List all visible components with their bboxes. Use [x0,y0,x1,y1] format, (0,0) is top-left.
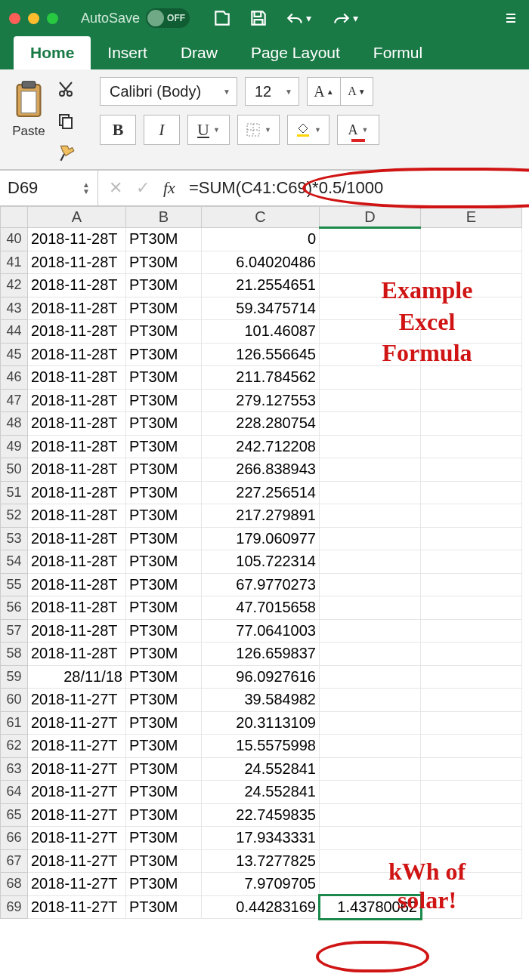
open-file-icon[interactable] [212,8,232,28]
cell[interactable] [421,689,522,712]
cell[interactable]: PT30M [126,643,202,666]
cell[interactable] [421,458,522,482]
row-header[interactable]: 51 [1,481,28,504]
col-header-c[interactable]: C [202,207,320,228]
namebox-stepper-icon[interactable]: ▲▼ [82,181,90,195]
cell[interactable]: PT30M [126,228,202,251]
cell[interactable]: 242.712208 [202,435,320,458]
cell[interactable]: 2018-11-27T [28,689,126,712]
row-header[interactable]: 46 [1,366,28,390]
cell[interactable]: 2018-11-27T [28,735,126,758]
cell[interactable]: PT30M [126,711,202,735]
cell[interactable] [320,366,421,390]
cell[interactable] [320,735,421,758]
formula-input[interactable]: =SUM(C41:C69)*0.5/1000 [189,178,383,198]
cell[interactable]: PT30M [126,573,202,596]
cell[interactable] [320,435,421,458]
cell[interactable]: 101.46087 [202,320,320,344]
underline-button[interactable]: U▼ [187,115,230,145]
borders-button[interactable]: ▼ [237,115,280,145]
row-header[interactable]: 67 [1,849,28,873]
cell[interactable] [421,711,522,735]
row-header[interactable]: 64 [1,781,28,804]
cell[interactable]: 2018-11-28T [28,504,126,528]
cell[interactable] [421,504,522,528]
cell[interactable] [320,527,421,550]
cell[interactable]: PT30M [126,735,202,758]
italic-button[interactable]: I [144,115,180,145]
cell[interactable] [421,481,522,504]
cell[interactable]: 77.0641003 [202,619,320,643]
close-icon[interactable] [9,13,20,24]
tab-insert[interactable]: Insert [91,36,164,69]
row-header[interactable]: 58 [1,643,28,666]
cell[interactable]: PT30M [126,803,202,827]
row-header[interactable]: 52 [1,504,28,528]
cell[interactable]: PT30M [126,873,202,896]
cancel-formula-button[interactable]: ✕ [109,178,122,198]
minimize-icon[interactable] [28,13,39,24]
row-header[interactable]: 50 [1,458,28,482]
cell[interactable]: 2018-11-28T [28,251,126,274]
cell[interactable]: 2018-11-28T [28,320,126,344]
ribbon-options-icon[interactable] [502,9,520,27]
cell[interactable] [421,803,522,827]
cell[interactable]: PT30M [126,527,202,550]
cell[interactable] [320,827,421,850]
enter-formula-button[interactable]: ✓ [136,178,150,198]
fullscreen-icon[interactable] [47,13,58,24]
col-header-e[interactable]: E [421,207,522,228]
cell[interactable] [320,573,421,596]
select-all-corner[interactable] [1,207,28,228]
row-header[interactable]: 40 [1,228,28,251]
cell[interactable]: 0.44283169 [202,895,320,919]
cell[interactable]: PT30M [126,343,202,366]
row-header[interactable]: 69 [1,895,28,919]
cell[interactable] [421,665,522,689]
cell[interactable] [320,504,421,528]
cell[interactable]: 2018-11-28T [28,435,126,458]
cell[interactable]: 0 [202,228,320,251]
name-box[interactable]: D69 ▲▼ [0,171,98,205]
cell[interactable] [320,689,421,712]
cell[interactable] [320,757,421,781]
cell[interactable] [320,803,421,827]
cell[interactable]: 279.127553 [202,389,320,412]
cell[interactable]: 39.584982 [202,689,320,712]
col-header-a[interactable]: A [28,207,126,228]
cell[interactable]: 228.280754 [202,412,320,436]
cell[interactable]: 2018-11-28T [28,274,126,297]
row-header[interactable]: 47 [1,389,28,412]
row-header[interactable]: 61 [1,711,28,735]
cell[interactable]: 126.556645 [202,343,320,366]
cell[interactable]: PT30M [126,596,202,620]
cell[interactable]: 2018-11-28T [28,228,126,251]
cell[interactable]: PT30M [126,781,202,804]
cell[interactable]: 2018-11-28T [28,527,126,550]
cell[interactable]: 21.2554651 [202,274,320,297]
cell[interactable]: 2018-11-28T [28,596,126,620]
shrink-font-button[interactable]: A▼ [340,77,373,106]
cell[interactable]: PT30M [126,435,202,458]
format-painter-button[interactable] [54,142,77,163]
cell[interactable]: 22.7459835 [202,803,320,827]
cell[interactable] [421,550,522,574]
cell[interactable]: PT30M [126,849,202,873]
cell[interactable]: 179.060977 [202,527,320,550]
cell[interactable]: 2018-11-27T [28,849,126,873]
cell[interactable]: 15.5575998 [202,735,320,758]
row-header[interactable]: 54 [1,550,28,574]
cell[interactable]: 2018-11-28T [28,643,126,666]
cell[interactable]: 47.7015658 [202,596,320,620]
cell[interactable]: PT30M [126,251,202,274]
cell[interactable]: 17.9343331 [202,827,320,850]
cell[interactable] [320,251,421,274]
cell[interactable]: 2018-11-28T [28,458,126,482]
cell[interactable]: 13.7277825 [202,849,320,873]
cell[interactable]: 59.3475714 [202,297,320,320]
cell[interactable] [421,435,522,458]
row-header[interactable]: 43 [1,297,28,320]
row-header[interactable]: 56 [1,596,28,620]
cell[interactable] [421,827,522,850]
cell[interactable]: 211.784562 [202,366,320,390]
